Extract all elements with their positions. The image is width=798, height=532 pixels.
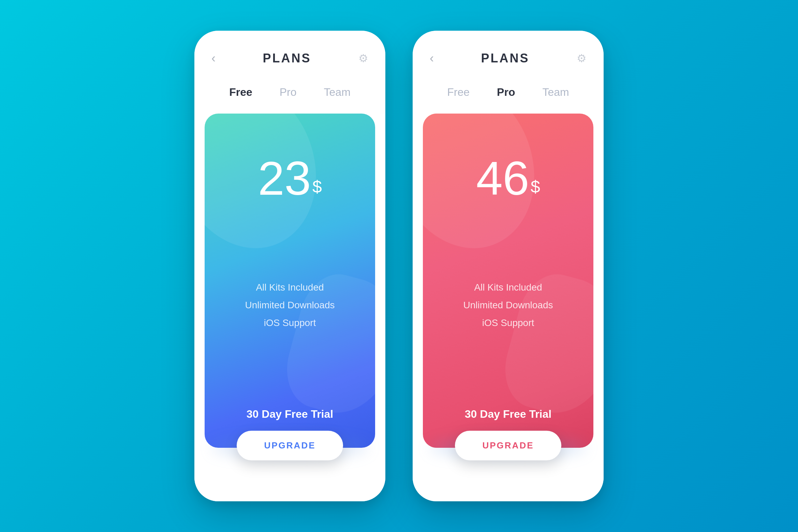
back-button-pro[interactable]: ‹ [430, 52, 434, 64]
phone-card-pro: ‹ PLANS ⚙ Free Pro Team 46$ All Kits Inc… [413, 31, 604, 501]
features-list-free: All Kits Included Unlimited Downloads iO… [245, 282, 335, 328]
page-title-pro: PLANS [481, 51, 529, 65]
tab-free-pro[interactable]: Free [447, 86, 470, 100]
back-button[interactable]: ‹ [211, 52, 216, 64]
tab-team-pro[interactable]: Team [542, 86, 569, 100]
trial-text-pro: 30 Day Free Trial [465, 408, 551, 420]
pricing-card-free: 23$ All Kits Included Unlimited Download… [205, 114, 375, 448]
tab-team[interactable]: Team [324, 86, 351, 100]
features-list-pro: All Kits Included Unlimited Downloads iO… [463, 282, 553, 328]
price-display-pro: 46$ [476, 154, 540, 202]
content-free: 23$ All Kits Included Unlimited Download… [194, 114, 385, 501]
settings-icon[interactable]: ⚙ [358, 52, 368, 65]
upgrade-button-free[interactable]: UPGRADE [237, 431, 343, 460]
upgrade-button-pro[interactable]: UPGRADE [455, 431, 561, 460]
header-free: ‹ PLANS ⚙ [194, 31, 385, 79]
plan-tabs-pro: Free Pro Team [413, 79, 604, 114]
pricing-card-pro: 46$ All Kits Included Unlimited Download… [423, 114, 593, 448]
price-amount-pro: 46 [476, 154, 529, 202]
page-title: PLANS [263, 51, 311, 65]
settings-icon-pro[interactable]: ⚙ [577, 52, 587, 65]
price-currency: $ [312, 177, 322, 196]
feature-pro-3: iOS Support [463, 317, 553, 328]
trial-text-free: 30 Day Free Trial [247, 408, 333, 420]
content-pro: 46$ All Kits Included Unlimited Download… [413, 114, 604, 501]
card-wrapper-free: 23$ All Kits Included Unlimited Download… [205, 114, 375, 448]
upgrade-btn-wrapper-free: UPGRADE [205, 431, 375, 460]
feature-pro-2: Unlimited Downloads [463, 300, 553, 311]
price-amount: 23 [258, 154, 311, 202]
feature-3: iOS Support [245, 317, 335, 328]
tab-pro[interactable]: Pro [280, 86, 297, 100]
feature-1: All Kits Included [245, 282, 335, 293]
plan-tabs-free: Free Pro Team [194, 79, 385, 114]
feature-2: Unlimited Downloads [245, 300, 335, 311]
tab-free[interactable]: Free [229, 86, 252, 100]
header-pro: ‹ PLANS ⚙ [413, 31, 604, 79]
feature-pro-1: All Kits Included [463, 282, 553, 293]
price-display-free: 23$ [258, 154, 322, 202]
tab-pro-active[interactable]: Pro [497, 86, 515, 100]
phone-card-free: ‹ PLANS ⚙ Free Pro Team 23$ All Kits Inc… [194, 31, 385, 501]
card-wrapper-pro: 46$ All Kits Included Unlimited Download… [423, 114, 593, 448]
price-currency-pro: $ [531, 177, 540, 196]
upgrade-btn-wrapper-pro: UPGRADE [423, 431, 593, 460]
